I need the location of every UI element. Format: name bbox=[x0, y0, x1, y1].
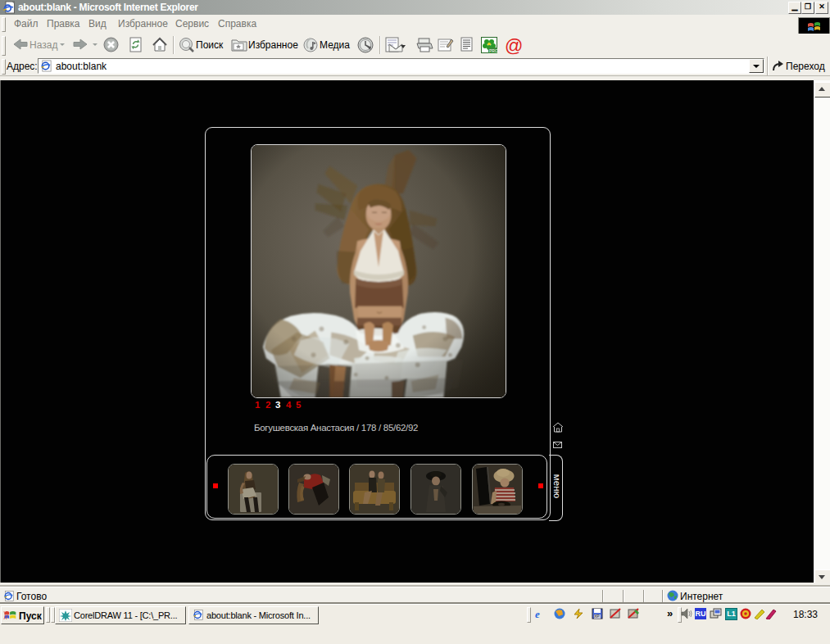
svg-text:PRO: PRO bbox=[489, 48, 497, 53]
svg-text:@: @ bbox=[505, 36, 523, 55]
svg-text:XP: XP bbox=[594, 614, 600, 619]
svg-text:e: e bbox=[535, 608, 540, 620]
